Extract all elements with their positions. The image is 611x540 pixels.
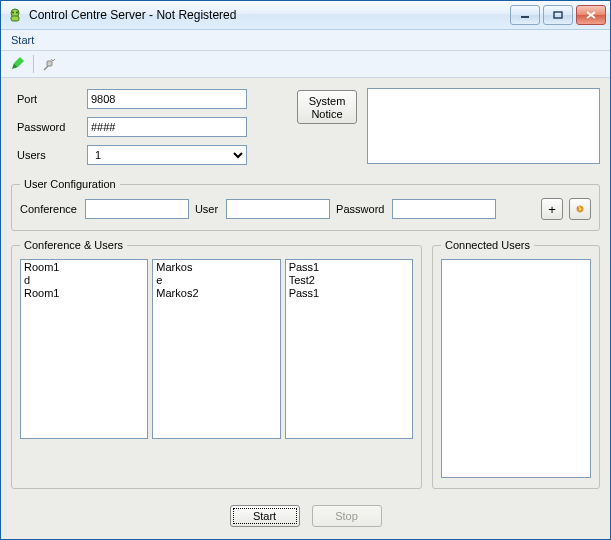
- list-item[interactable]: Pass1: [287, 287, 411, 300]
- svg-rect-5: [554, 12, 562, 18]
- user-configuration-legend: User Configuration: [20, 178, 120, 190]
- user-label: User: [195, 203, 218, 215]
- users-label: Users: [17, 149, 77, 161]
- list-item[interactable]: Pass1: [287, 261, 411, 274]
- menu-start[interactable]: Start: [5, 32, 40, 48]
- app-icon: [7, 7, 23, 23]
- svg-rect-1: [11, 16, 19, 21]
- client-area: Port Password Users 1 System Notice User…: [1, 78, 610, 539]
- toolbar-separator: [33, 55, 34, 73]
- refresh-icon: [576, 202, 584, 216]
- list-item[interactable]: e: [154, 274, 278, 287]
- list-item[interactable]: Room1: [22, 287, 146, 300]
- system-notice-line1: System: [309, 95, 346, 107]
- connected-users-fieldset: Connected Users: [432, 239, 600, 489]
- settings-form: Port Password Users 1: [17, 88, 247, 166]
- minimize-button[interactable]: [510, 5, 540, 25]
- uc-password-label: Password: [336, 203, 384, 215]
- menubar: Start: [1, 30, 610, 51]
- svg-point-3: [16, 12, 18, 14]
- refresh-button[interactable]: [569, 198, 591, 220]
- application-window: Control Centre Server - Not Registered S…: [0, 0, 611, 540]
- list-item[interactable]: Markos: [154, 261, 278, 274]
- users-listbox[interactable]: MarkoseMarkos2: [152, 259, 280, 439]
- connected-users-listbox[interactable]: [441, 259, 591, 478]
- svg-line-10: [53, 59, 55, 61]
- start-button[interactable]: Start: [230, 505, 300, 527]
- list-item[interactable]: Room1: [22, 261, 146, 274]
- connected-users-legend: Connected Users: [441, 239, 534, 251]
- list-item[interactable]: d: [22, 274, 146, 287]
- conference-label: Conference: [20, 203, 77, 215]
- pen-icon[interactable]: [7, 54, 27, 74]
- conference-and-users-fieldset: Conference & Users Room1dRoom1 MarkoseMa…: [11, 239, 422, 489]
- passwords-listbox[interactable]: Pass1Test2Pass1: [285, 259, 413, 439]
- window-title: Control Centre Server - Not Registered: [29, 8, 510, 22]
- stop-button: Stop: [312, 505, 382, 527]
- maximize-button[interactable]: [543, 5, 573, 25]
- toolbar: [1, 51, 610, 78]
- system-notice-button[interactable]: System Notice: [297, 90, 357, 124]
- user-configuration-fieldset: User Configuration Conference User Passw…: [11, 178, 600, 231]
- password-label: Password: [17, 121, 77, 133]
- uc-password-input[interactable]: [392, 199, 496, 219]
- close-button[interactable]: [576, 5, 606, 25]
- port-label: Port: [17, 93, 77, 105]
- conference-and-users-legend: Conference & Users: [20, 239, 127, 251]
- password-input[interactable]: [87, 117, 247, 137]
- svg-point-2: [12, 12, 14, 14]
- add-user-button[interactable]: +: [541, 198, 563, 220]
- users-select[interactable]: 1: [87, 145, 247, 165]
- user-input[interactable]: [226, 199, 330, 219]
- conferences-listbox[interactable]: Room1dRoom1: [20, 259, 148, 439]
- titlebar[interactable]: Control Centre Server - Not Registered: [1, 1, 610, 30]
- unplug-icon[interactable]: [40, 54, 60, 74]
- svg-rect-4: [521, 16, 529, 18]
- list-item[interactable]: Test2: [287, 274, 411, 287]
- list-item[interactable]: Markos2: [154, 287, 278, 300]
- plus-icon: +: [548, 202, 556, 217]
- system-notice-textarea[interactable]: [367, 88, 600, 164]
- svg-rect-8: [47, 61, 52, 66]
- conference-input[interactable]: [85, 199, 189, 219]
- port-input[interactable]: [87, 89, 247, 109]
- system-notice-line2: Notice: [311, 108, 342, 120]
